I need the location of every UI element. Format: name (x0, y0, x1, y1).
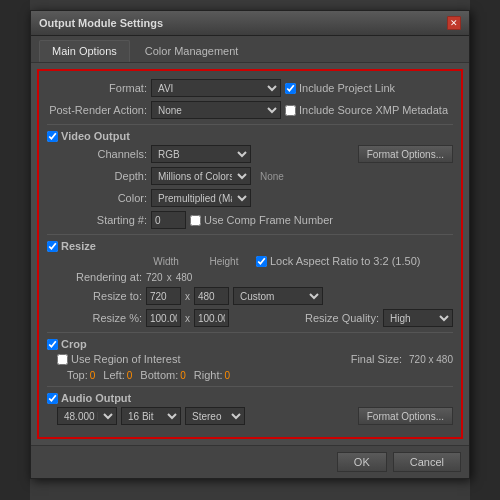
dialog-title: Output Module Settings (39, 17, 163, 29)
format-label: Format: (47, 82, 147, 94)
audio-controls-row: 48.000 kHz 16 Bit Stereo Format Options.… (57, 407, 453, 425)
starting-input[interactable] (151, 211, 186, 229)
include-project-link-checkbox[interactable]: Include Project Link (285, 82, 395, 94)
tab-bar: Main Options Color Management (31, 36, 469, 63)
top-field: Top: 0 (67, 369, 95, 381)
resize-pct-row: Resize %: x Resize Quality: High (57, 309, 453, 327)
resize-pct-w-input[interactable] (146, 309, 181, 327)
format-options-button[interactable]: Format Options... (358, 145, 453, 163)
resize-pct-x: x (185, 313, 190, 324)
resize-to-label: Resize to: (57, 290, 142, 302)
width-header: Width (146, 256, 186, 267)
bottom-field: Bottom: 0 (140, 369, 185, 381)
color-label: Color: (57, 192, 147, 204)
lock-aspect-checkbox[interactable]: Lock Aspect Ratio to 3:2 (1.50) (256, 255, 420, 267)
resize-pct-label: Resize %: (57, 312, 142, 324)
resize-headers-row: Width Height Lock Aspect Ratio to 3:2 (1… (57, 255, 453, 267)
side-panel-left (0, 0, 30, 500)
rendering-x: x (167, 272, 172, 283)
final-size-label: Final Size: (351, 353, 402, 365)
rendering-height: 480 (176, 272, 193, 283)
close-button[interactable]: ✕ (447, 16, 461, 30)
resize-header[interactable]: Resize (47, 240, 453, 252)
color-row: Color: Premultiplied (Matted) (57, 189, 453, 207)
sample-rate-select[interactable]: 48.000 kHz (57, 407, 117, 425)
rendering-label: Rendering at: (57, 271, 142, 283)
bottom-label: Bottom: (140, 369, 178, 381)
crop-header[interactable]: Crop (47, 338, 453, 350)
color-select[interactable]: Premultiplied (Matted) (151, 189, 251, 207)
crop-section: Crop Use Region of Interest Final Size: … (47, 338, 453, 381)
depth-select[interactable]: Millions of Colors (151, 167, 251, 185)
audio-output-section: Audio Output 48.000 kHz 16 Bit Stereo Fo… (47, 392, 453, 425)
starting-row: Starting #: Use Comp Frame Number (57, 211, 453, 229)
audio-format-options-button[interactable]: Format Options... (358, 407, 453, 425)
none-text: None (260, 171, 284, 182)
resize-quality-select[interactable]: High (383, 309, 453, 327)
resize-pct-h-input[interactable] (194, 309, 229, 327)
depth-label: Depth: (57, 170, 147, 182)
separator-3 (47, 332, 453, 333)
post-render-select[interactable]: None (151, 101, 281, 119)
title-bar: Output Module Settings ✕ (31, 11, 469, 36)
resize-x-sep: x (185, 291, 190, 302)
starting-label: Starting #: (57, 214, 147, 226)
bottom-value: 0 (180, 370, 186, 381)
bit-depth-select[interactable]: 16 Bit (121, 407, 181, 425)
channels-row: Channels: RGB Format Options... (57, 145, 453, 163)
right-label: Right: (194, 369, 223, 381)
depth-row: Depth: Millions of Colors None (57, 167, 453, 185)
format-select[interactable]: AVI (151, 79, 281, 97)
use-region-checkbox[interactable]: Use Region of Interest (57, 353, 180, 365)
video-output-body: Channels: RGB Format Options... Depth: M… (57, 145, 453, 229)
channels-select-audio[interactable]: Stereo (185, 407, 245, 425)
audio-output-header[interactable]: Audio Output (47, 392, 453, 404)
resize-quality-label: Resize Quality: (305, 312, 379, 324)
dialog-footer: OK Cancel (31, 445, 469, 478)
separator-4 (47, 386, 453, 387)
video-output-section: Video Output Channels: RGB Format Option… (47, 130, 453, 229)
dialog-window: Output Module Settings ✕ Main Options Co… (30, 10, 470, 479)
separator-2 (47, 234, 453, 235)
cancel-button[interactable]: Cancel (393, 452, 461, 472)
video-output-header[interactable]: Video Output (47, 130, 453, 142)
final-size-value: 720 x 480 (409, 354, 453, 365)
dialog-content: Format: AVI Include Project Link Post-Re… (31, 63, 469, 445)
resize-height-input[interactable] (194, 287, 229, 305)
rendering-at-row: Rendering at: 720 x 480 (57, 271, 453, 283)
format-row: Format: AVI Include Project Link (47, 79, 453, 97)
top-value: 0 (90, 370, 96, 381)
left-value: 0 (127, 370, 133, 381)
left-label: Left: (103, 369, 124, 381)
crop-values-row: Top: 0 Left: 0 Bottom: 0 Right: 0 (67, 369, 453, 381)
rendering-width: 720 (146, 272, 163, 283)
tab-color-management[interactable]: Color Management (132, 40, 252, 62)
separator-1 (47, 124, 453, 125)
crop-options-row: Use Region of Interest Final Size: 720 x… (57, 353, 453, 365)
tab-main-options[interactable]: Main Options (39, 40, 130, 62)
resize-width-input[interactable] (146, 287, 181, 305)
resize-to-row: Resize to: x Custom (57, 287, 453, 305)
resize-section: Resize Width Height Lock Aspect Ratio to… (47, 240, 453, 327)
channels-label: Channels: (57, 148, 147, 160)
resize-body: Width Height Lock Aspect Ratio to 3:2 (1… (57, 255, 453, 327)
side-panel-right (470, 0, 500, 500)
height-header: Height (204, 256, 244, 267)
resize-preset-select[interactable]: Custom (233, 287, 323, 305)
left-field: Left: 0 (103, 369, 132, 381)
ok-button[interactable]: OK (337, 452, 387, 472)
post-render-label: Post-Render Action: (47, 104, 147, 116)
top-label: Top: (67, 369, 88, 381)
right-value: 0 (225, 370, 231, 381)
include-xmp-checkbox[interactable]: Include Source XMP Metadata (285, 104, 448, 116)
channels-select[interactable]: RGB (151, 145, 251, 163)
use-comp-frame-checkbox[interactable]: Use Comp Frame Number (190, 214, 333, 226)
right-field: Right: 0 (194, 369, 230, 381)
post-render-row: Post-Render Action: None Include Source … (47, 101, 453, 119)
main-options-section: Format: AVI Include Project Link Post-Re… (37, 69, 463, 439)
